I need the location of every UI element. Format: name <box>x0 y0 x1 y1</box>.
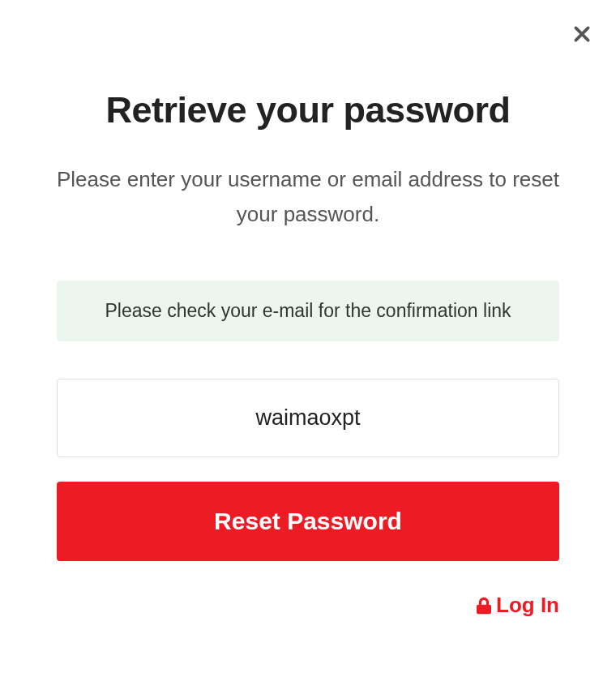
modal-title: Retrieve your password <box>57 89 559 131</box>
reset-password-button[interactable]: Reset Password <box>57 482 559 561</box>
login-link-label: Log In <box>496 593 559 618</box>
close-button[interactable] <box>571 23 593 45</box>
close-icon <box>571 24 592 45</box>
confirmation-alert: Please check your e-mail for the confirm… <box>57 281 559 341</box>
modal-subtitle: Please enter your username or email addr… <box>57 162 559 232</box>
retrieve-password-modal: Retrieve your password Please enter your… <box>0 0 616 561</box>
login-link[interactable]: Log In <box>477 593 559 618</box>
lock-icon <box>477 597 491 615</box>
username-email-input[interactable] <box>57 379 559 457</box>
